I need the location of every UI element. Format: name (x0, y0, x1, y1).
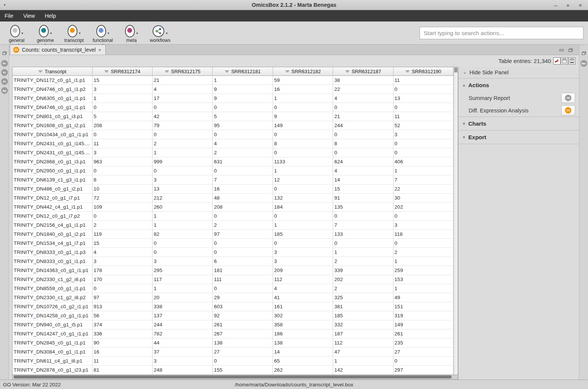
table-row[interactable]: TRINITY_DN2868_c0_g1_i3.p196399963111336… (12, 157, 454, 166)
table-row[interactable]: TRINITY_DN1172_c0_g1_i1.p115211593811 (12, 76, 454, 85)
dropdown-arrow-icon[interactable]: ▾ (108, 31, 110, 37)
tab-counts[interactable]: Ct Counts: counts_transcript_level × (10, 45, 106, 55)
menu-file[interactable]: File (0, 13, 18, 19)
table-row[interactable]: TRINITY_DN12_c0_g1_i7.p172212481329130 (12, 194, 454, 203)
column-header[interactable]: SRR6312187 (333, 67, 393, 76)
table-row[interactable]: TRINITY_DN12_c0_g1_i7.p2010000 (12, 212, 454, 221)
table-row[interactable]: TRINITY_DN940_c0_g1_i5.p1374244261358332… (12, 320, 454, 329)
table-row[interactable]: TRINITY_DN10434_c0_g1_i1.p1000003 (12, 130, 454, 139)
count-cell: 138 (273, 338, 333, 347)
table-row[interactable]: TRINITY_DN2156_c4_g1_i1.p1212173 (12, 221, 454, 230)
table-row[interactable]: TRINITY_DN801_c0_g1_i3.p1542592111 (12, 112, 454, 121)
count-cell: 137 (153, 311, 213, 320)
table-row[interactable]: TRINITY_DN8559_c0_g1_i1.p1010421 (12, 284, 454, 293)
count-cell: 135 (333, 203, 393, 212)
table-row[interactable]: TRINITY_DN14363_c0_g1_i1.p11782951812093… (12, 266, 454, 275)
main-toolbar: ▾generaltools▾genomeanalysis▾transcripto… (0, 22, 588, 45)
search-input[interactable] (420, 27, 583, 39)
tab-close-icon[interactable]: × (98, 47, 101, 53)
minimize-view-icon[interactable] (559, 47, 564, 54)
table-row[interactable]: TRINITY_DN2330_c1_g2_i8.p29720294132549 (12, 293, 454, 302)
dropdown-arrow-icon[interactable]: ▾ (166, 31, 168, 37)
count-cell: 8 (333, 139, 393, 148)
column-header[interactable]: Transcript (12, 67, 93, 76)
table-row[interactable]: TRINITY_DN6305_c0_g1_i1.p111791413 (12, 94, 454, 103)
dropdown-arrow-icon[interactable]: ▾ (136, 31, 138, 37)
diff-expression-button[interactable]: Ct (561, 105, 575, 115)
dock-badge-pr[interactable]: Pr (1, 60, 8, 67)
table-row[interactable]: TRINITY_DN10726_c0_g2_i1.p19133386031613… (12, 302, 454, 311)
action-diff-expression[interactable]: Diff. Expression Analysis Ct (458, 104, 579, 117)
menu-help[interactable]: Help (40, 13, 61, 19)
table-row[interactable]: TRINITY_DN8333_c0_g1_i1.p3400312 (12, 248, 454, 257)
horizontal-scrollbar-thumb[interactable] (14, 375, 452, 378)
restore-panel-icon[interactable] (582, 50, 586, 57)
menu-view[interactable]: View (18, 13, 40, 19)
table-row[interactable]: TRINITY_DN611_c4_g1_i8.p111306510 (12, 357, 454, 366)
dropdown-arrow-icon[interactable]: ▾ (50, 31, 52, 37)
count-cell: 0 (213, 239, 273, 248)
column-header[interactable]: SRR6312181 (213, 67, 273, 76)
table-row[interactable]: TRINITY_DN486_c0_g1_i2.p110131601522 (12, 185, 454, 194)
vertical-scrollbar[interactable] (454, 67, 458, 375)
count-cell: 117 (153, 275, 213, 284)
table-row[interactable]: TRINITY_DN2431_c0_g1_i145....1124880 (12, 139, 454, 148)
transcript-cell: TRINITY_DN1534_c4_g1_i7.p1 (12, 239, 93, 248)
count-cell: 339 (333, 266, 393, 275)
table-row[interactable]: TRINITY_DN4746_c0_g1_i1.p1000000 (12, 103, 454, 112)
dock-badge-we[interactable]: We (580, 60, 587, 67)
dock-badge-fi[interactable]: Fi (1, 69, 8, 76)
table-row[interactable]: TRINITY_DN1608_c0_g1_i2.p120879951492445… (12, 121, 454, 130)
column-header[interactable]: SRR6312190 (394, 67, 454, 76)
count-cell: 6 (213, 257, 273, 266)
table-body: TRINITY_DN1172_c0_g1_i1.p115211593811TRI… (12, 76, 454, 375)
column-header[interactable]: SRR6312174 (93, 67, 153, 76)
dock-badge-fi[interactable]: Fi (1, 78, 8, 85)
maximize-button[interactable]: + (566, 2, 569, 8)
count-cell: 0 (93, 212, 153, 221)
transcript-cell: TRINITY_DN2156_c4_g1_i1.p1 (12, 221, 93, 230)
table-row[interactable]: TRINITY_DN442_c4_g1_i1.p1109260208184135… (12, 203, 454, 212)
drag-handle-icon[interactable]: ···· (581, 45, 586, 47)
restore-panel-icon[interactable] (2, 50, 7, 57)
close-button[interactable]: × (579, 2, 582, 8)
table-row[interactable]: TRINITY_DN3084_c0_g1_i1.p1163727144727 (12, 347, 454, 357)
table-row[interactable]: TRINITY_DN14247_c0_g1_i1.p13367822671861… (12, 329, 454, 338)
count-cell: 0 (394, 85, 454, 94)
table-row[interactable]: TRINITY_DN1534_c4_g1_i7.p11500000 (12, 239, 454, 248)
table-row[interactable]: TRINITY_DN2950_c0_g1_i1.p1000141 (12, 166, 454, 175)
clear-filter-button[interactable] (553, 57, 560, 65)
column-header[interactable]: SRR6312182 (273, 67, 333, 76)
summary-report-button[interactable]: Ht (561, 93, 575, 103)
table-row[interactable]: TRINITY_DN2845_c0_g1_i1.p190441381381122… (12, 338, 454, 347)
table-row[interactable]: TRINITY_DN2330_c1_g2_i8.p117011711111220… (12, 275, 454, 284)
table-row[interactable]: TRINITY_DN4746_c0_g1_i1.p234916220 (12, 85, 454, 94)
vertical-scrollbar-thumb[interactable] (454, 68, 457, 72)
table-row[interactable]: TRINITY_DN2876_c0_g1_i23.p18124815526214… (12, 366, 454, 375)
window-menu-icon[interactable]: ▾ (4, 3, 6, 7)
table-row[interactable]: TRINITY_DN8333_c0_g1_i1.p1336321 (12, 257, 454, 266)
table-row[interactable]: TRINITY_DN1840_c0_g1_i2.p111982971851331… (12, 230, 454, 239)
charts-section-header[interactable]: ▿ Charts (458, 117, 579, 131)
transcript-cell: TRINITY_DN1608_c0_g1_i2.p1 (12, 121, 93, 130)
save-button[interactable] (561, 57, 568, 65)
dock-badge-ap[interactable]: Ap (1, 87, 8, 94)
table-row[interactable]: TRINITY_DN6139_c1_g3_i1.p183712147 (12, 175, 454, 185)
actions-section-header[interactable]: ▵ Actions (458, 78, 579, 92)
horizontal-scrollbar[interactable] (12, 375, 458, 380)
dropdown-arrow-icon[interactable]: ▾ (22, 31, 23, 37)
hide-side-panel-button[interactable]: ▹ Hide Side Panel (458, 67, 579, 78)
dropdown-arrow-icon[interactable]: ▾ (79, 31, 81, 37)
count-cell: 0 (273, 148, 333, 157)
action-summary-report[interactable]: Summary Report Ht (458, 92, 579, 104)
save-as-button[interactable] (568, 57, 576, 65)
export-section-header[interactable]: ▿ Export (458, 131, 579, 144)
count-cell: 1 (273, 94, 333, 103)
column-header[interactable]: SRR6312175 (153, 67, 213, 76)
count-cell: 185 (273, 230, 333, 239)
table-row[interactable]: TRINITY_DN2431_c0_g1_i145....312000 (12, 148, 454, 157)
count-cell: 0 (93, 103, 153, 112)
table-row[interactable]: TRINITY_DN14258_c0_g1_i1.p15613792302185… (12, 311, 454, 320)
restore-view-icon[interactable] (568, 47, 573, 54)
minimize-button[interactable]: – (554, 2, 557, 8)
